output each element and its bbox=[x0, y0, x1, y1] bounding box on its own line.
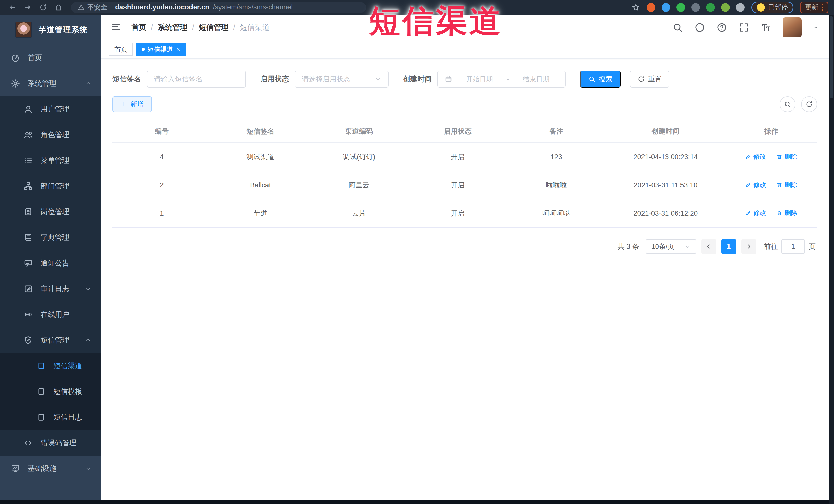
delete-link[interactable]: 删除 bbox=[776, 180, 797, 189]
close-icon[interactable] bbox=[176, 47, 181, 52]
fullscreen-icon[interactable] bbox=[739, 22, 749, 33]
puzzle-extension-icon[interactable] bbox=[736, 3, 745, 12]
sidebar-item-label: 菜单管理 bbox=[41, 156, 69, 165]
breadcrumb-item-0[interactable]: 首页 bbox=[131, 22, 146, 32]
sidebar-item-14[interactable]: 短信日志 bbox=[0, 404, 101, 430]
browser-update-button[interactable]: 更新 bbox=[800, 2, 828, 13]
breadcrumb-item-2[interactable]: 短信管理 bbox=[199, 22, 228, 32]
chevron-down-icon[interactable] bbox=[813, 25, 818, 30]
security-warning[interactable]: 不安全 bbox=[78, 3, 107, 12]
paused-label: 已暂停 bbox=[768, 3, 788, 12]
cell: 阿里云 bbox=[310, 180, 409, 190]
badge-icon bbox=[24, 207, 33, 216]
reload-icon[interactable] bbox=[37, 2, 50, 13]
tab-1[interactable]: 短信渠道 bbox=[136, 43, 186, 56]
status-placeholder: 请选择启用状态 bbox=[302, 74, 350, 84]
sidebar-item-15[interactable]: 错误码管理 bbox=[0, 430, 101, 456]
grid-extension-icon[interactable] bbox=[691, 3, 700, 12]
font-size-icon[interactable] bbox=[761, 22, 771, 33]
sidebar-item-label: 短信日志 bbox=[53, 412, 82, 422]
cell: 1 bbox=[112, 210, 211, 217]
sidebar-item-0[interactable]: 首页 bbox=[0, 45, 101, 71]
main-area: 首页/系统管理/短信管理/短信渠道 首页 短信渠道 短信签名 启用状态 请选择启… bbox=[101, 15, 829, 504]
delete-link[interactable]: 删除 bbox=[776, 209, 797, 217]
trash-icon bbox=[776, 182, 783, 188]
github-icon[interactable] bbox=[694, 22, 705, 33]
edit-link[interactable]: 修改 bbox=[745, 209, 766, 217]
status-select[interactable]: 请选择启用状态 bbox=[295, 71, 389, 88]
prev-page-button[interactable] bbox=[701, 239, 716, 254]
browser-scrollbar[interactable] bbox=[829, 15, 834, 504]
table-header-row: 编号短信签名渠道编码启用状态备注创建时间操作 bbox=[112, 120, 817, 143]
orange-circle-extension-icon[interactable] bbox=[646, 3, 655, 12]
sidebar-item-1[interactable]: 系统管理 bbox=[0, 71, 101, 96]
warning-triangle-icon bbox=[78, 4, 85, 11]
sidebar-item-16[interactable]: 基础设施 bbox=[0, 456, 101, 481]
search-circle-icon[interactable] bbox=[780, 96, 795, 112]
edit-pencil-icon bbox=[745, 210, 751, 216]
forward-icon[interactable] bbox=[21, 2, 35, 13]
search-icon[interactable] bbox=[672, 22, 683, 33]
status-label: 启用状态 bbox=[260, 74, 289, 84]
url-host: dashboard.yudao.iocoder.cn bbox=[115, 3, 210, 11]
address-bar[interactable]: 不安全 dashboard.yudao.iocoder.cn /system/s… bbox=[71, 2, 366, 13]
signature-input-wrap bbox=[147, 71, 246, 88]
sidebar-item-8[interactable]: 通知公告 bbox=[0, 250, 101, 276]
add-button[interactable]: 新增 bbox=[112, 96, 152, 112]
sidebar-item-3[interactable]: 角色管理 bbox=[0, 122, 101, 148]
green-check-extension-icon[interactable] bbox=[676, 3, 685, 12]
edit-link[interactable]: 修改 bbox=[745, 152, 766, 161]
search-form: 短信签名 启用状态 请选择启用状态 创建时间 开始日期 - 结束日期 搜索 bbox=[112, 71, 817, 88]
sidebar-item-12[interactable]: 短信渠道 bbox=[0, 353, 101, 379]
sidebar-item-2[interactable]: 用户管理 bbox=[0, 96, 101, 122]
refresh-circle-icon[interactable] bbox=[801, 96, 817, 112]
goto-page-input[interactable] bbox=[782, 239, 805, 254]
sidebar-item-6[interactable]: 岗位管理 bbox=[0, 199, 101, 225]
next-page-button[interactable] bbox=[741, 239, 756, 254]
signature-input[interactable] bbox=[154, 75, 239, 83]
active-tab-dot bbox=[142, 48, 145, 51]
start-date-placeholder[interactable]: 开始日期 bbox=[457, 75, 502, 84]
column-header-4: 备注 bbox=[507, 127, 606, 136]
scrollbar-thumb[interactable] bbox=[830, 16, 833, 98]
delete-link[interactable]: 删除 bbox=[776, 152, 797, 161]
sidebar-item-13[interactable]: 短信模板 bbox=[0, 379, 101, 404]
tags-view-bar: 首页 短信渠道 bbox=[101, 40, 829, 59]
sidebar-item-4[interactable]: 菜单管理 bbox=[0, 148, 101, 173]
sidebar-item-5[interactable]: 部门管理 bbox=[0, 173, 101, 199]
app-title: 芋道管理系统 bbox=[39, 25, 88, 35]
app-logo-row[interactable]: 芋道管理系统 bbox=[0, 15, 101, 45]
org-tree-icon bbox=[24, 181, 33, 191]
reset-button[interactable]: 重置 bbox=[630, 71, 670, 88]
hamburger-icon[interactable] bbox=[111, 22, 123, 34]
breadcrumb-separator: / bbox=[151, 23, 153, 32]
blue-pin-extension-icon[interactable] bbox=[661, 3, 670, 12]
breadcrumb-item-1[interactable]: 系统管理 bbox=[158, 22, 188, 32]
search-button[interactable]: 搜索 bbox=[580, 71, 621, 88]
browser-menu-icon[interactable] bbox=[822, 4, 824, 11]
cell: 云片 bbox=[310, 209, 409, 218]
table-row: 2Ballcat阿里云开启啦啦啦2021-03-31 11:53:10 修改 删… bbox=[112, 171, 817, 199]
help-icon[interactable] bbox=[717, 22, 727, 33]
avatar[interactable] bbox=[783, 18, 802, 38]
date-range-picker[interactable]: 开始日期 - 结束日期 bbox=[437, 71, 566, 88]
date-range-separator: - bbox=[507, 75, 509, 83]
column-header-0: 编号 bbox=[112, 127, 211, 136]
row-actions: 修改 删除 bbox=[725, 209, 817, 218]
tab-0[interactable]: 首页 bbox=[109, 43, 133, 56]
page-size-select[interactable]: 10条/页 bbox=[646, 239, 696, 254]
green-leaf-extension-icon[interactable] bbox=[721, 3, 730, 12]
home-icon[interactable] bbox=[52, 2, 65, 13]
paused-extension-badge[interactable]: 已暂停 bbox=[751, 2, 793, 13]
current-page-button[interactable]: 1 bbox=[721, 239, 736, 254]
sidebar-item-11[interactable]: 短信管理 bbox=[0, 327, 101, 353]
sidebar-item-9[interactable]: 审计日志 bbox=[0, 276, 101, 302]
bookmark-star-icon[interactable] bbox=[632, 3, 640, 12]
back-icon[interactable] bbox=[6, 2, 19, 13]
edit-link[interactable]: 修改 bbox=[745, 180, 766, 189]
sidebar-item-7[interactable]: 字典管理 bbox=[0, 225, 101, 250]
end-date-placeholder[interactable]: 结束日期 bbox=[514, 75, 559, 84]
sidebar-item-10[interactable]: 在线用户 bbox=[0, 302, 101, 327]
vpn-on-extension-icon[interactable] bbox=[706, 3, 715, 12]
plus-icon bbox=[120, 101, 127, 108]
